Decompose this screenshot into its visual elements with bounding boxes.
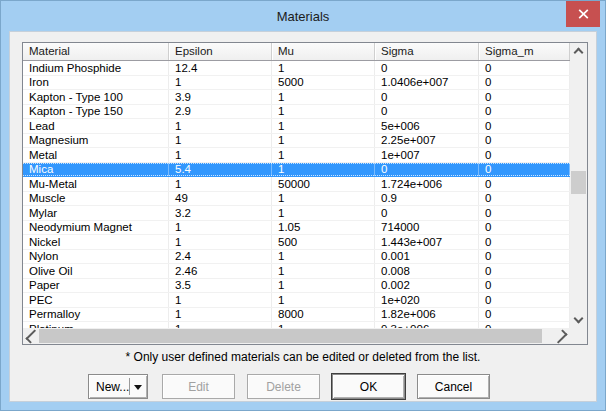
cell-sigma: 2.25e+007 (375, 134, 479, 148)
cell-epsilon: 3.5 (169, 279, 272, 293)
cell-mu: 1 (272, 90, 375, 104)
delete-button[interactable]: Delete (247, 374, 320, 399)
vertical-scrollbar-thumb[interactable] (571, 171, 586, 194)
table-row[interactable]: Lead 1 1 5e+006 0 (23, 119, 570, 134)
chevron-up-icon (574, 48, 584, 58)
chevron-right-icon (553, 329, 567, 343)
cell-sigma-m: 0 (479, 61, 570, 75)
column-header-material[interactable]: Material (23, 43, 169, 60)
cell-sigma: 1.0406e+007 (375, 76, 479, 90)
table-row[interactable]: PEC 1 1 1e+020 0 (23, 293, 570, 308)
new-button[interactable]: New... (88, 374, 148, 399)
cell-sigma: 714000 (375, 221, 479, 235)
table-row[interactable]: Nylon 2.4 1 0.001 0 (23, 250, 570, 265)
window-title: Materials (277, 9, 330, 24)
table-row[interactable]: Iron 1 5000 1.0406e+007 0 (23, 76, 570, 91)
table-row[interactable]: Mu-Metal 1 50000 1.724e+006 0 (23, 177, 570, 192)
cell-material: PEC (23, 293, 169, 307)
cell-material: Lead (23, 119, 169, 133)
cell-epsilon: 5.4 (169, 163, 272, 177)
cell-epsilon: 1 (169, 177, 272, 191)
cell-epsilon: 2.46 (169, 264, 272, 278)
table-row[interactable]: Mylar 3.2 1 0 0 (23, 206, 570, 221)
cell-epsilon: 1 (169, 308, 272, 322)
cell-epsilon: 1 (169, 235, 272, 249)
cell-sigma-m: 0 (479, 221, 570, 235)
table-body: Indium Phosphide 12.4 1 0 0 Iron 1 5000 … (23, 61, 570, 328)
horizontal-scrollbar-thumb[interactable] (39, 329, 542, 343)
cell-mu: 5000 (272, 76, 375, 90)
scroll-down-button[interactable] (570, 312, 587, 328)
vertical-scrollbar[interactable] (570, 43, 587, 328)
cell-sigma-m: 0 (479, 134, 570, 148)
cell-sigma: 5e+006 (375, 119, 479, 133)
cell-sigma: 1e+007 (375, 148, 479, 162)
cell-epsilon: 1 (169, 119, 272, 133)
table-main: Material Epsilon Mu Sigma Sigma_m Indium… (23, 43, 570, 328)
table-row[interactable]: Nickel 1 500 1.443e+007 0 (23, 235, 570, 250)
cell-mu: 1 (272, 250, 375, 264)
materials-table: Material Epsilon Mu Sigma Sigma_m Indium… (22, 42, 588, 345)
cell-material: Indium Phosphide (23, 61, 169, 75)
cell-epsilon: 3.2 (169, 206, 272, 220)
footnote: * Only user defined materials can be edi… (10, 350, 596, 364)
scroll-left-button[interactable] (23, 328, 39, 344)
cell-epsilon: 1 (169, 221, 272, 235)
table-row[interactable]: Neodymium Magnet 1 1.05 714000 0 (23, 221, 570, 236)
cell-mu: 1 (272, 61, 375, 75)
column-header-sigma[interactable]: Sigma (375, 43, 479, 60)
cancel-button-label: Cancel (435, 380, 472, 394)
column-header-mu[interactable]: Mu (272, 43, 375, 60)
cell-sigma: 0.9 (375, 192, 479, 206)
cell-mu: 1 (272, 105, 375, 119)
scroll-right-button[interactable] (554, 328, 570, 344)
cell-material: Mu-Metal (23, 177, 169, 191)
column-header-epsilon[interactable]: Epsilon (169, 43, 272, 60)
scrollbar-corner (570, 328, 587, 344)
dialog-client-area: Material Epsilon Mu Sigma Sigma_m Indium… (9, 31, 597, 402)
titlebar[interactable]: Materials (1, 1, 605, 31)
table-row[interactable]: Kapton - Type 100 3.9 1 0 0 (23, 90, 570, 105)
table-row[interactable]: Indium Phosphide 12.4 1 0 0 (23, 61, 570, 76)
table-row[interactable]: Paper 3.5 1 0.002 0 (23, 279, 570, 294)
cancel-button[interactable]: Cancel (417, 374, 490, 399)
table-row[interactable]: Kapton - Type 150 2.9 1 0 0 (23, 105, 570, 120)
cell-sigma: 0.008 (375, 264, 479, 278)
cell-material: Olive Oil (23, 264, 169, 278)
materials-dialog: Materials Material Epsilon Mu Sigma Sigm… (0, 0, 606, 411)
horizontal-scrollbar[interactable] (23, 328, 570, 344)
cell-sigma-m: 0 (479, 192, 570, 206)
edit-button[interactable]: Edit (162, 374, 235, 399)
cell-sigma-m: 0 (479, 279, 570, 293)
split-button-divider (129, 378, 130, 395)
cell-sigma-m: 0 (479, 206, 570, 220)
ok-button[interactable]: OK (332, 374, 405, 399)
cell-epsilon: 3.9 (169, 90, 272, 104)
table-row[interactable]: Muscle 49 1 0.9 0 (23, 192, 570, 207)
dropdown-arrow-icon[interactable] (134, 385, 142, 390)
table-row[interactable]: Olive Oil 2.46 1 0.008 0 (23, 264, 570, 279)
cell-sigma: 0 (375, 61, 479, 75)
close-button[interactable] (566, 1, 600, 27)
cell-material: Magnesium (23, 134, 169, 148)
cell-sigma-m: 0 (479, 235, 570, 249)
table-row[interactable]: Mica 5.4 1 0 0 (23, 163, 570, 178)
cell-mu: 1 (272, 206, 375, 220)
cell-sigma-m: 0 (479, 308, 570, 322)
column-header-sigma-m[interactable]: Sigma_m (479, 43, 570, 60)
scroll-up-button[interactable] (570, 43, 587, 59)
cell-epsilon: 49 (169, 192, 272, 206)
edit-button-label: Edit (188, 380, 209, 394)
cell-material: Paper (23, 279, 169, 293)
cell-epsilon: 2.9 (169, 105, 272, 119)
cell-epsilon: 2.4 (169, 250, 272, 264)
cell-mu: 1 (272, 163, 375, 177)
cell-sigma: 1.443e+007 (375, 235, 479, 249)
table-row[interactable]: Permalloy 1 8000 1.82e+006 0 (23, 308, 570, 323)
cell-sigma: 1.82e+006 (375, 308, 479, 322)
cell-sigma-m: 0 (479, 163, 570, 177)
table-row[interactable]: Metal 1 1 1e+007 0 (23, 148, 570, 163)
cell-sigma: 0 (375, 105, 479, 119)
cell-material: Metal (23, 148, 169, 162)
table-row[interactable]: Magnesium 1 1 2.25e+007 0 (23, 134, 570, 149)
